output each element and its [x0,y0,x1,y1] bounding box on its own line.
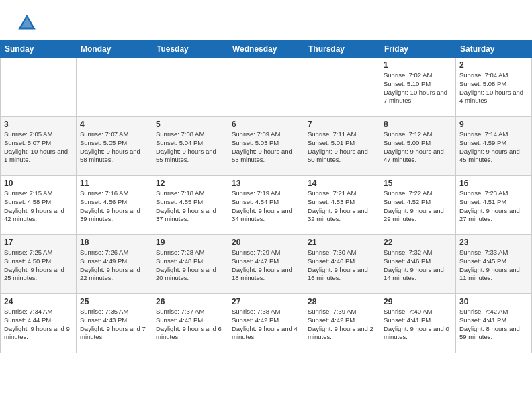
day-info: Sunrise: 7:30 AM Sunset: 4:46 PM Dayligh… [308,248,376,283]
calendar-day-cell: 1Sunrise: 7:02 AM Sunset: 5:10 PM Daylig… [380,58,456,117]
day-info: Sunrise: 7:02 AM Sunset: 5:10 PM Dayligh… [384,71,452,105]
day-info: Sunrise: 7:25 AM Sunset: 4:50 PM Dayligh… [4,248,73,283]
calendar-week-row: 1Sunrise: 7:02 AM Sunset: 5:10 PM Daylig… [1,58,532,117]
calendar-day-cell: 30Sunrise: 7:42 AM Sunset: 4:41 PM Dayli… [456,294,532,353]
day-info: Sunrise: 7:23 AM Sunset: 4:51 PM Dayligh… [459,189,528,224]
day-number: 8 [384,120,452,129]
day-number: 14 [308,179,376,188]
day-number: 2 [459,60,528,70]
day-info: Sunrise: 7:14 AM Sunset: 4:59 PM Dayligh… [459,130,528,165]
day-info: Sunrise: 7:21 AM Sunset: 4:53 PM Dayligh… [308,189,376,224]
weekday-header: Tuesday [152,41,228,58]
calendar-day-cell: 5Sunrise: 7:08 AM Sunset: 5:04 PM Daylig… [152,117,228,176]
day-info: Sunrise: 7:40 AM Sunset: 4:41 PM Dayligh… [384,308,452,342]
day-info: Sunrise: 7:15 AM Sunset: 4:58 PM Dayligh… [4,189,73,224]
day-info: Sunrise: 7:18 AM Sunset: 4:55 PM Dayligh… [156,189,224,224]
calendar-day-cell: 18Sunrise: 7:26 AM Sunset: 4:49 PM Dayli… [77,235,152,294]
day-number: 6 [232,120,300,129]
calendar-day-cell: 14Sunrise: 7:21 AM Sunset: 4:53 PM Dayli… [304,176,380,235]
logo [16,12,40,34]
day-info: Sunrise: 7:29 AM Sunset: 4:47 PM Dayligh… [232,248,300,283]
calendar-day-cell: 8Sunrise: 7:12 AM Sunset: 5:00 PM Daylig… [380,117,456,176]
day-number: 10 [4,179,73,188]
day-info: Sunrise: 7:26 AM Sunset: 4:49 PM Dayligh… [80,248,148,283]
calendar-day-cell: 4Sunrise: 7:07 AM Sunset: 5:05 PM Daylig… [77,117,152,176]
calendar-table: SundayMondayTuesdayWednesdayThursdayFrid… [0,40,532,353]
weekday-header: Sunday [1,41,77,58]
day-number: 12 [156,179,224,188]
day-number: 27 [232,297,300,306]
day-info: Sunrise: 7:11 AM Sunset: 5:01 PM Dayligh… [308,130,376,165]
calendar-day-cell: 28Sunrise: 7:39 AM Sunset: 4:42 PM Dayli… [304,294,380,353]
day-number: 1 [384,60,452,70]
weekday-header: Saturday [456,41,532,58]
calendar-header-row: SundayMondayTuesdayWednesdayThursdayFrid… [1,41,532,58]
calendar-day-cell: 6Sunrise: 7:09 AM Sunset: 5:03 PM Daylig… [228,117,304,176]
day-number: 16 [459,179,528,188]
day-number: 13 [232,179,300,188]
day-info: Sunrise: 7:07 AM Sunset: 5:05 PM Dayligh… [80,130,148,165]
page-header [0,0,532,40]
day-number: 20 [232,238,300,247]
day-info: Sunrise: 7:22 AM Sunset: 4:52 PM Dayligh… [384,189,452,224]
calendar-day-cell: 19Sunrise: 7:28 AM Sunset: 4:48 PM Dayli… [152,235,228,294]
day-number: 25 [80,297,148,306]
day-info: Sunrise: 7:32 AM Sunset: 4:46 PM Dayligh… [384,248,452,283]
calendar-day-cell: 10Sunrise: 7:15 AM Sunset: 4:58 PM Dayli… [1,176,77,235]
calendar-day-cell: 3Sunrise: 7:05 AM Sunset: 5:07 PM Daylig… [1,117,77,176]
day-info: Sunrise: 7:42 AM Sunset: 4:41 PM Dayligh… [459,308,528,342]
day-number: 5 [156,120,224,129]
calendar-week-row: 17Sunrise: 7:25 AM Sunset: 4:50 PM Dayli… [1,235,532,294]
day-info: Sunrise: 7:39 AM Sunset: 4:42 PM Dayligh… [308,308,376,342]
day-info: Sunrise: 7:19 AM Sunset: 4:54 PM Dayligh… [232,189,300,224]
weekday-header: Friday [380,41,456,58]
calendar-day-cell: 7Sunrise: 7:11 AM Sunset: 5:01 PM Daylig… [304,117,380,176]
day-info: Sunrise: 7:04 AM Sunset: 5:08 PM Dayligh… [459,71,528,105]
calendar-day-cell: 13Sunrise: 7:19 AM Sunset: 4:54 PM Dayli… [228,176,304,235]
day-info: Sunrise: 7:28 AM Sunset: 4:48 PM Dayligh… [156,248,224,283]
calendar-day-cell: 16Sunrise: 7:23 AM Sunset: 4:51 PM Dayli… [456,176,532,235]
day-number: 21 [308,238,376,247]
calendar-day-cell: 21Sunrise: 7:30 AM Sunset: 4:46 PM Dayli… [304,235,380,294]
calendar-day-cell: 24Sunrise: 7:34 AM Sunset: 4:44 PM Dayli… [1,294,77,353]
day-number: 4 [80,120,148,129]
calendar-day-cell [304,58,380,117]
day-number: 22 [384,238,452,247]
calendar-day-cell: 26Sunrise: 7:37 AM Sunset: 4:43 PM Dayli… [152,294,228,353]
day-info: Sunrise: 7:38 AM Sunset: 4:42 PM Dayligh… [232,308,300,342]
day-number: 9 [459,120,528,129]
day-info: Sunrise: 7:05 AM Sunset: 5:07 PM Dayligh… [4,130,73,165]
weekday-header: Thursday [304,41,380,58]
calendar-week-row: 10Sunrise: 7:15 AM Sunset: 4:58 PM Dayli… [1,176,532,235]
day-number: 28 [308,297,376,306]
calendar-week-row: 24Sunrise: 7:34 AM Sunset: 4:44 PM Dayli… [1,294,532,353]
day-number: 30 [459,297,528,306]
calendar-day-cell: 25Sunrise: 7:35 AM Sunset: 4:43 PM Dayli… [77,294,152,353]
calendar-day-cell: 22Sunrise: 7:32 AM Sunset: 4:46 PM Dayli… [380,235,456,294]
calendar-day-cell: 9Sunrise: 7:14 AM Sunset: 4:59 PM Daylig… [456,117,532,176]
day-number: 18 [80,238,148,247]
calendar-day-cell: 15Sunrise: 7:22 AM Sunset: 4:52 PM Dayli… [380,176,456,235]
day-number: 17 [4,238,73,247]
calendar-day-cell: 23Sunrise: 7:33 AM Sunset: 4:45 PM Dayli… [456,235,532,294]
calendar-week-row: 3Sunrise: 7:05 AM Sunset: 5:07 PM Daylig… [1,117,532,176]
calendar-day-cell: 12Sunrise: 7:18 AM Sunset: 4:55 PM Dayli… [152,176,228,235]
day-info: Sunrise: 7:34 AM Sunset: 4:44 PM Dayligh… [4,308,73,342]
calendar-day-cell [228,58,304,117]
day-info: Sunrise: 7:09 AM Sunset: 5:03 PM Dayligh… [232,130,300,165]
calendar-day-cell: 17Sunrise: 7:25 AM Sunset: 4:50 PM Dayli… [1,235,77,294]
day-number: 15 [384,179,452,188]
calendar-day-cell: 27Sunrise: 7:38 AM Sunset: 4:42 PM Dayli… [228,294,304,353]
calendar-day-cell [77,58,152,117]
weekday-header: Monday [77,41,152,58]
calendar-day-cell: 2Sunrise: 7:04 AM Sunset: 5:08 PM Daylig… [456,58,532,117]
day-number: 23 [459,238,528,247]
calendar-day-cell [1,58,77,117]
day-info: Sunrise: 7:37 AM Sunset: 4:43 PM Dayligh… [156,308,224,342]
day-info: Sunrise: 7:12 AM Sunset: 5:00 PM Dayligh… [384,130,452,165]
calendar-day-cell: 11Sunrise: 7:16 AM Sunset: 4:56 PM Dayli… [77,176,152,235]
day-number: 26 [156,297,224,306]
day-number: 29 [384,297,452,306]
day-number: 19 [156,238,224,247]
day-info: Sunrise: 7:33 AM Sunset: 4:45 PM Dayligh… [459,248,528,283]
